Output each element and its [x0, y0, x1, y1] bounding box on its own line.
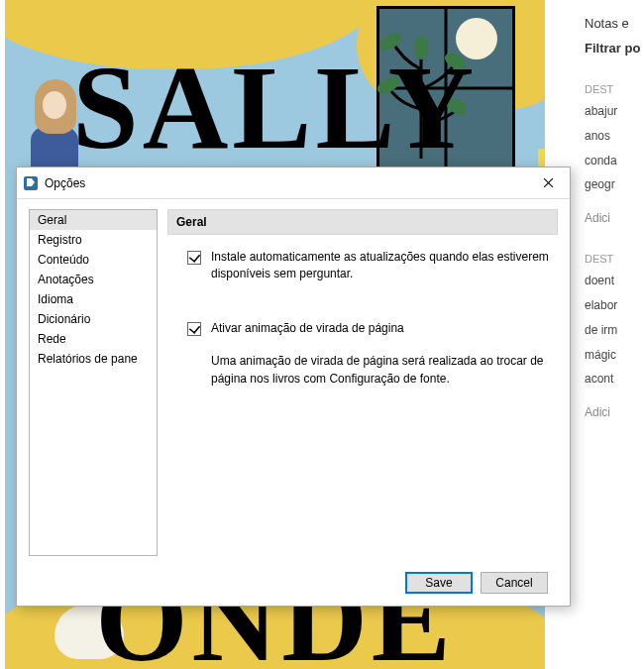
nav-item-registro[interactable]: Registro [30, 230, 157, 250]
notes-heading: Notas e [585, 16, 644, 31]
nav-item-anota-es[interactable]: Anotações [30, 270, 157, 289]
notes-side-panel: Notas e Filtrar po DEST abajur anos cond… [575, 0, 644, 669]
category-list[interactable]: GeralRegistroConteúdoAnotaçõesIdiomaDici… [29, 209, 158, 556]
dialog-titlebar[interactable]: Opções [17, 167, 570, 199]
nav-item-rede[interactable]: Rede [30, 329, 157, 349]
add-note-link[interactable]: Adici [585, 211, 644, 225]
filter-label: Filtrar po [585, 41, 644, 56]
checkbox-page-turn-animation[interactable] [187, 322, 201, 336]
save-button[interactable]: Save [405, 572, 473, 594]
nav-item-dicion-rio[interactable]: Dicionário [30, 309, 157, 329]
option-auto-update-label: Instale automaticamente as atualizações … [211, 249, 554, 282]
close-button[interactable] [526, 168, 570, 198]
option-page-turn-animation[interactable]: Ativar animação de virada de página [167, 318, 558, 337]
options-dialog: Opções GeralRegistroConteúdoAnotaçõesIdi… [16, 167, 571, 607]
nav-item-relat-rios-de-pane[interactable]: Relatórios de pane [30, 349, 157, 369]
app-icon [23, 175, 39, 191]
option-auto-update[interactable]: Instale automaticamente as atualizações … [167, 247, 558, 282]
dialog-title: Opções [45, 176, 526, 190]
section-title: Geral [167, 209, 558, 235]
add-note-link[interactable]: Adici [585, 405, 644, 419]
checkbox-auto-update[interactable] [187, 251, 201, 265]
nav-item-geral[interactable]: Geral [30, 210, 157, 230]
cancel-button[interactable]: Cancel [481, 572, 548, 594]
nav-item-conte-do[interactable]: Conteúdo [30, 250, 157, 270]
highlight-tag: DEST [585, 253, 644, 265]
nav-item-idioma[interactable]: Idioma [30, 289, 157, 309]
option-page-turn-label: Ativar animação de virada de página [211, 320, 554, 337]
close-icon [543, 175, 554, 191]
highlight-tag: DEST [585, 83, 644, 95]
option-page-turn-description: Uma animação de virada de página será re… [211, 352, 554, 388]
cover-title-top: SALLY [5, 40, 545, 176]
